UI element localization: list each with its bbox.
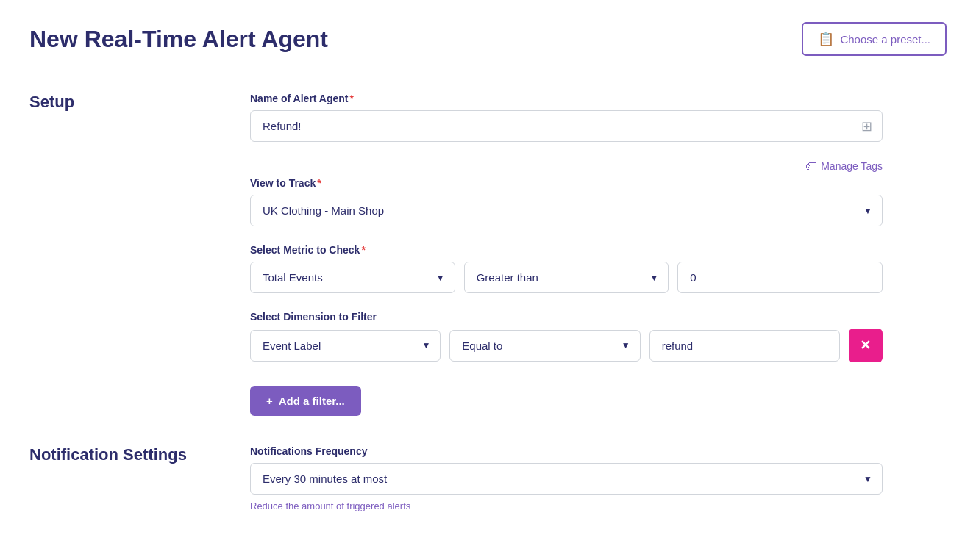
- setup-heading: Setup: [29, 93, 221, 112]
- notification-form: Notifications Frequency Every 30 minutes…: [250, 445, 883, 529]
- frequency-hint: Reduce the amount of triggered alerts: [250, 500, 883, 511]
- manage-tags-label: Manage Tags: [821, 160, 883, 172]
- name-field-group: Name of Alert Agent* ⊞: [250, 93, 883, 142]
- view-required-star: *: [317, 177, 321, 189]
- dimension-type-select[interactable]: Event Label Event Category Event Action: [250, 330, 441, 362]
- metric-row: Total Events Unique Events Sessions Grea…: [250, 262, 883, 293]
- frequency-select-wrapper: Every 30 minutes at most Every hour at m…: [250, 463, 883, 495]
- view-to-track-select-wrapper: UK Clothing - Main Shop: [250, 195, 883, 226]
- filter-row: Event Label Event Category Event Action …: [250, 329, 883, 362]
- name-field-icon: ⊞: [861, 118, 872, 134]
- frequency-group: Notifications Frequency Every 30 minutes…: [250, 445, 883, 511]
- dimension-label: Select Dimension to Filter: [250, 311, 883, 323]
- dimension-group: Select Dimension to Filter Event Label E…: [250, 311, 883, 362]
- delete-filter-icon: ✕: [860, 337, 871, 353]
- view-to-track-group: 🏷 Manage Tags View to Track* UK Clothing…: [250, 159, 883, 226]
- frequency-label: Notifications Frequency: [250, 445, 883, 457]
- metric-required-star: *: [361, 244, 365, 256]
- manage-tags-row: 🏷 Manage Tags: [250, 159, 883, 173]
- metric-value-wrapper: [677, 262, 883, 293]
- dimension-type-select-wrapper: Event Label Event Category Event Action: [250, 330, 441, 362]
- notification-heading: Notification Settings: [29, 445, 221, 464]
- notification-section: Notification Settings Notifications Freq…: [29, 445, 947, 529]
- name-input[interactable]: [250, 110, 883, 142]
- metric-condition-select-wrapper: Greater than Less than Equal to Greater …: [464, 262, 669, 293]
- delete-filter-button[interactable]: ✕: [849, 329, 883, 362]
- metric-group: Select Metric to Check* Total Events Uni…: [250, 244, 883, 293]
- metric-type-select-wrapper: Total Events Unique Events Sessions: [250, 262, 455, 293]
- dimension-operator-select-wrapper: Equal to Not equal to Contains Does not …: [449, 330, 640, 362]
- page-title: New Real-Time Alert Agent: [29, 26, 328, 53]
- view-to-track-label: View to Track*: [250, 177, 883, 189]
- metric-label: Select Metric to Check*: [250, 244, 883, 256]
- preset-button-label: Choose a preset...: [840, 33, 930, 46]
- tag-icon: 🏷: [805, 159, 817, 173]
- view-to-track-select[interactable]: UK Clothing - Main Shop: [250, 195, 883, 226]
- setup-section: Setup Name of Alert Agent* ⊞ 🏷 Manage Ta…: [29, 93, 947, 416]
- metric-type-select[interactable]: Total Events Unique Events Sessions: [250, 262, 455, 293]
- add-filter-button[interactable]: + Add a filter...: [250, 386, 361, 416]
- setup-label-area: Setup: [29, 93, 221, 416]
- notification-label-area: Notification Settings: [29, 445, 221, 529]
- frequency-select[interactable]: Every 30 minutes at most Every hour at m…: [250, 463, 883, 495]
- dimension-value-wrapper: [649, 330, 840, 362]
- dimension-operator-select[interactable]: Equal to Not equal to Contains Does not …: [449, 330, 640, 362]
- name-input-wrapper: ⊞: [250, 110, 883, 142]
- manage-tags-link[interactable]: 🏷 Manage Tags: [805, 159, 883, 173]
- name-required-star: *: [350, 93, 354, 104]
- add-filter-label: Add a filter...: [279, 395, 345, 407]
- name-field-label: Name of Alert Agent*: [250, 93, 883, 104]
- dimension-value-input[interactable]: [649, 330, 840, 362]
- preset-doc-icon: 📋: [818, 31, 834, 47]
- page-header: New Real-Time Alert Agent 📋 Choose a pre…: [29, 22, 947, 56]
- metric-condition-select[interactable]: Greater than Less than Equal to Greater …: [464, 262, 669, 293]
- setup-form: Name of Alert Agent* ⊞ 🏷 Manage Tags Vie…: [250, 93, 883, 416]
- metric-value-input[interactable]: [677, 262, 883, 293]
- add-filter-plus-icon: +: [266, 395, 273, 407]
- choose-preset-button[interactable]: 📋 Choose a preset...: [802, 22, 947, 56]
